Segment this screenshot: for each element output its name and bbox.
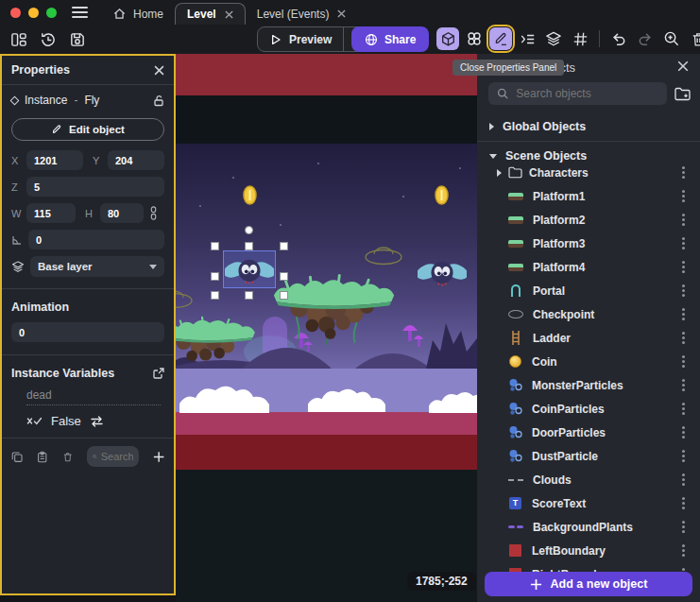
open-variables-icon[interactable] [153,368,164,379]
object-item[interactable]: Checkpoint [477,302,700,326]
preview-button[interactable]: Preview [258,33,343,46]
redo-button[interactable] [634,27,657,50]
instances-list-button[interactable] [516,27,538,50]
object-item[interactable]: ScoreText [477,491,700,515]
kebab-menu-icon[interactable] [682,242,685,245]
object-item[interactable]: DustParticle [477,444,700,468]
trash-icon[interactable] [62,450,73,464]
kebab-menu-icon[interactable] [682,549,685,552]
scene-canvas[interactable]: 1785;-252 [176,54,477,602]
edit-object-button[interactable]: Edit object [11,118,164,141]
resize-handle[interactable] [245,242,253,250]
unlock-icon[interactable] [153,95,164,107]
objects-search-input[interactable] [516,87,658,100]
angle-field[interactable] [28,230,164,249]
tab-level-events[interactable]: Level (Events) [246,3,358,25]
object-item[interactable]: BackgroundPlants [477,515,700,539]
object-item[interactable]: CoinParticles [477,397,700,421]
copy-icon[interactable] [11,450,23,464]
kebab-menu-icon[interactable] [682,431,685,434]
width-field[interactable] [26,203,76,223]
close-icon[interactable] [677,60,689,72]
z-field[interactable] [26,177,164,197]
lock-aspect-icon[interactable] [149,206,158,220]
object-item[interactable]: Platform2 [477,208,700,232]
checkpoint-instance[interactable] [176,286,195,309]
object-item[interactable]: MonsterParticles [477,373,700,397]
close-icon[interactable] [154,65,164,76]
kebab-menu-icon[interactable] [682,407,685,410]
kebab-menu-icon[interactable] [682,313,685,316]
resize-handle[interactable] [245,291,253,300]
global-objects-group[interactable]: Global Objects [477,112,700,141]
undo-button[interactable] [607,27,630,50]
view-3d-button[interactable] [436,27,459,50]
resize-handle[interactable] [280,272,288,281]
object-item[interactable]: LeftBoundary [477,539,700,562]
kebab-menu-icon[interactable] [682,218,685,221]
history-button[interactable] [39,30,58,49]
platform-island[interactable] [176,315,259,370]
add-variable-icon[interactable] [153,450,164,464]
objects-search[interactable] [488,82,667,105]
kebab-menu-icon[interactable] [682,336,685,339]
kebab-menu-icon[interactable] [682,478,685,481]
kebab-menu-icon[interactable] [682,384,685,387]
close-window-button[interactable] [10,8,21,18]
variables-search[interactable] [87,446,139,467]
panels-layout-button[interactable] [9,30,28,49]
kebab-menu-icon[interactable] [682,360,685,363]
close-tab-icon[interactable] [337,9,346,18]
kebab-menu-icon[interactable] [682,171,685,174]
animation-field[interactable] [11,322,164,342]
layer-select[interactable]: Base layer [30,256,164,277]
kebab-menu-icon[interactable] [682,502,685,505]
top-boundary[interactable] [176,54,477,95]
grid-button[interactable] [569,27,591,50]
minimize-window-button[interactable] [28,8,39,18]
delete-button[interactable] [687,27,700,50]
add-folder-icon[interactable] [674,87,691,101]
menu-icon[interactable] [72,7,88,18]
resize-handle[interactable] [280,242,288,250]
checkpoint-instance[interactable] [363,243,404,266]
coin-instance[interactable] [243,185,257,205]
kebab-menu-icon[interactable] [682,525,685,528]
kebab-menu-icon[interactable] [682,195,685,198]
variables-search-input[interactable] [101,451,133,462]
variable-name[interactable]: dead [26,388,161,405]
bottom-boundary[interactable] [176,435,477,470]
maximize-window-button[interactable] [46,8,57,18]
object-item[interactable]: Clouds [477,468,700,491]
kebab-menu-icon[interactable] [682,266,685,268]
x-field[interactable] [26,150,83,170]
instances-cluster-button[interactable] [463,27,486,50]
share-button[interactable]: Share [351,26,429,52]
fly-instance[interactable] [418,254,467,289]
save-button[interactable] [68,30,87,49]
variable-value[interactable]: False [51,414,81,428]
resize-handle[interactable] [211,291,219,300]
object-item[interactable]: Portal [477,279,700,302]
kebab-menu-icon[interactable] [682,289,685,292]
object-item[interactable]: Platform4 [477,255,700,279]
resize-handle[interactable] [280,291,288,300]
y-field[interactable] [108,150,164,170]
rotate-handle[interactable] [245,226,253,234]
platform-island[interactable] [270,273,398,347]
layers-button[interactable] [542,27,565,50]
kebab-menu-icon[interactable] [682,455,685,457]
resize-handle[interactable] [211,272,219,281]
object-item[interactable]: Platform3 [477,232,700,255]
close-properties-panel-button[interactable] [489,27,512,50]
object-item[interactable]: Coin [477,350,700,373]
fly-instance-selected[interactable] [225,252,274,287]
tab-level[interactable]: Level [175,3,246,25]
swap-value-icon[interactable] [90,416,104,427]
close-tab-icon[interactable] [225,10,233,19]
height-field[interactable] [100,203,144,223]
zoom-button[interactable] [660,27,683,50]
tab-home[interactable]: Home [101,3,175,25]
paste-icon[interactable] [37,450,47,464]
object-item[interactable]: Platform1 [477,184,700,208]
